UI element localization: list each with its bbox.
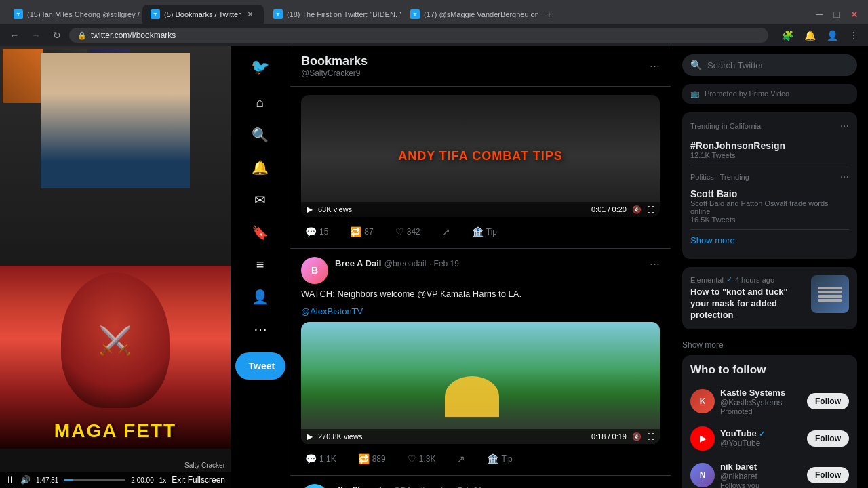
tweet-2-reply-button[interactable]: 💬 1.1K (301, 451, 340, 467)
nikbaret-follow-button[interactable]: Follow (807, 467, 849, 483)
ad-thumb-icon (818, 287, 842, 302)
reload-button[interactable]: ↻ (49, 27, 65, 43)
video-progress-fill (64, 479, 73, 481)
verified-badge: ✓ (726, 275, 732, 284)
kastle-follow-button[interactable]: Follow (807, 393, 849, 409)
politics-more-dots[interactable]: ··· (840, 171, 849, 183)
tweet-2-text: WATCH: Neighbors welcome @VP Kamala Harr… (301, 288, 660, 300)
tweet-2-actions: 💬 1.1K 🔁 889 ♡ 1.3K ↗ 🏦 Tip (301, 451, 660, 467)
maga-fett-poster: ⚔️ MAGA FETT (0, 266, 231, 449)
feed-more-button[interactable]: ··· (650, 59, 660, 73)
video-play-button[interactable]: ⏸ (5, 474, 15, 485)
trend-item-ronjohnson[interactable]: #RonJohnsonResign 12.1K Tweets (690, 135, 849, 165)
tweet-1-reply-count: 15 (319, 227, 328, 237)
tweet-1-tip-button[interactable]: 🏦 Tip (468, 224, 501, 240)
profile-button[interactable]: 👤 (823, 27, 842, 43)
tweet-1-retweet-button[interactable]: 🔁 87 (346, 224, 377, 240)
bookmarks-icon: 🔖 (252, 224, 269, 241)
twitter-right-sidebar: 🔍 Search Twitter 📺 Promoted by Prime Vid… (671, 46, 868, 488)
tweet-2-retweet-button[interactable]: 🔁 889 (354, 451, 390, 467)
tweet-2-tip-button[interactable]: 🏦 Tip (483, 451, 516, 467)
tweet-3-more-button[interactable]: ··· (650, 484, 660, 488)
trending-in-label: Trending in California (690, 122, 761, 130)
tweet-1-actions: 💬 15 🔁 87 ♡ 342 ↗ 🏦 Tip (301, 224, 660, 240)
notifications-badge[interactable]: 🔔 (800, 27, 820, 43)
tweet-2-mention: @AlexBistonTV (301, 306, 660, 318)
tweet-2-sound-icon[interactable]: 🔇 (632, 432, 642, 441)
video-quality-button[interactable]: 1x (159, 476, 167, 484)
tab-3-label: (18) The First on Twitter: "BIDEN. Yin..… (287, 10, 401, 18)
tab-bar: T (15) Ian Miles Cheong @stillgrey / T..… (0, 0, 868, 24)
forward-button[interactable]: → (27, 27, 45, 43)
youtube-verified-badge: ✓ (759, 430, 765, 438)
video-sound-button[interactable]: 🔊 (20, 475, 31, 485)
sidebar-item-more[interactable]: ⋯ More (233, 314, 288, 344)
trend-item-scottbaio[interactable]: Scott Baio Scott Baio and Patton Oswalt … (690, 183, 849, 230)
kastle-note: Promoted (720, 407, 802, 415)
video-fullscreen-button[interactable]: Exit Fullscreen (172, 475, 225, 485)
sidebar-item-bookmarks[interactable]: 🔖 (233, 218, 288, 247)
menu-button[interactable]: ⋮ (845, 27, 863, 43)
search-input[interactable]: Search Twitter (707, 60, 764, 70)
tweet-1-share-button[interactable]: ↗ (438, 224, 454, 240)
tweet-button[interactable]: Tweet (235, 352, 285, 380)
tweet-2-like-button[interactable]: ♡ 1.3K (403, 451, 440, 467)
new-tab-button[interactable]: + (539, 4, 559, 24)
streamer-video (41, 53, 190, 188)
tweet-2-views: 270.8K views (318, 432, 362, 441)
channel-name-label: Salty Cracker (184, 462, 225, 469)
twitter-logo[interactable]: 🐦 (244, 52, 276, 83)
tip-icon-2: 🏦 (487, 453, 498, 464)
like-icon-2: ♡ (408, 453, 416, 464)
promoted-banner: 📺 Promoted by Prime Video (682, 84, 857, 104)
tweet-1-play-icon[interactable]: ▶ (307, 205, 313, 214)
tweet-1-like-button[interactable]: ♡ 342 (391, 224, 425, 240)
tweet-2-more-button[interactable]: ··· (650, 257, 660, 284)
trending-section: Trending in California ··· #RonJohnsonRe… (682, 112, 857, 259)
search-bar[interactable]: 🔍 Search Twitter (682, 54, 857, 76)
extensions-button[interactable]: 🧩 (778, 27, 797, 43)
promoted-label: Promoted by Prime Video (705, 89, 789, 98)
more-icon: ⋯ (254, 321, 267, 338)
close-window-button[interactable]: ✕ (846, 6, 863, 22)
sidebar-item-profile[interactable]: 👤 (233, 282, 288, 312)
follow-item-youtube: ▶ YouTube ✓ @YouTube Follow (690, 421, 849, 456)
tweet-2-play-icon[interactable]: ▶ (307, 432, 313, 441)
browser-actions: 🧩 🔔 👤 ⋮ (778, 27, 863, 43)
follow-item-nikbaret: N nik baret @nikbaret Follows you Follow (690, 456, 849, 488)
tab-1[interactable]: T (15) Ian Miles Cheong @stillgrey / T..… (5, 5, 141, 24)
neighbors-video-bg (301, 322, 660, 444)
show-more-trends-button[interactable]: Show more (690, 230, 849, 251)
sidebar-item-explore[interactable]: 🔍 (233, 120, 288, 150)
maximize-button[interactable]: □ (830, 6, 844, 22)
tab-2[interactable]: T (5) Bookmarks / Twitter ✕ (142, 5, 264, 24)
tweet-1-expand-icon[interactable]: ⛶ (647, 205, 654, 214)
sidebar-item-home[interactable]: ⌂ (233, 88, 288, 117)
tweet-2-share-button[interactable]: ↗ (453, 451, 469, 467)
tab-3[interactable]: T (18) The First on Twitter: "BIDEN. Yin… (265, 5, 401, 24)
notifications-icon: 🔔 (252, 159, 269, 176)
youtube-name: YouTube ✓ (720, 428, 802, 439)
tweet-1-video-controls: ▶ 63K views 0:01 / 0:20 🔇 ⛶ (301, 202, 660, 217)
tweet-2-expand-icon[interactable]: ⛶ (647, 432, 654, 441)
reply-icon-2: 💬 (305, 453, 317, 464)
tab-2-close[interactable]: ✕ (245, 9, 256, 20)
nikbaret-avatar: N (690, 463, 715, 487)
ad-card: Elemental ✓ 4 hours ago How to "knot and… (682, 267, 857, 329)
twitter-feed[interactable]: Bookmarks @SaltyCracker9 ··· ANDY TIFA C… (290, 46, 671, 488)
tweet-2-mention-link[interactable]: @AlexBistonTV (301, 306, 363, 317)
sidebar-item-notifications[interactable]: 🔔 Notifications (233, 152, 288, 182)
andy-tifa-label: ANDY TIFA COMBAT TIPS (301, 95, 660, 217)
youtube-follow-button[interactable]: Follow (807, 430, 849, 447)
address-bar[interactable]: 🔒 twitter.com/i/bookmarks (69, 28, 768, 43)
minimize-button[interactable]: ─ (812, 6, 827, 22)
retweet-icon: 🔁 (350, 226, 361, 237)
tweet-1-sound-icon[interactable]: 🔇 (632, 205, 642, 214)
sidebar-item-lists[interactable]: ≡ (233, 250, 288, 279)
video-progress-bar[interactable] (64, 479, 125, 481)
back-button[interactable]: ← (5, 27, 23, 43)
trending-more-dots[interactable]: ··· (840, 120, 849, 132)
tweet-1-reply-button[interactable]: 💬 15 (301, 224, 332, 240)
tab-4[interactable]: T (17) @sMaggie VanderBergheu on T... ✕ (402, 5, 538, 24)
sidebar-item-messages[interactable]: ✉ (233, 185, 288, 215)
